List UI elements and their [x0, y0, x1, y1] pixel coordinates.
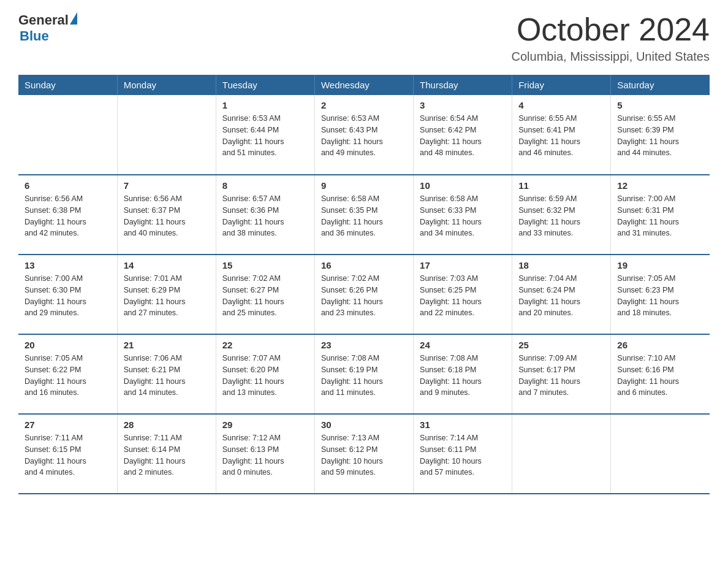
calendar-cell: 17Sunrise: 7:03 AM Sunset: 6:25 PM Dayli…	[414, 255, 512, 334]
day-info: Sunrise: 7:07 AM Sunset: 6:20 PM Dayligh…	[222, 353, 308, 399]
day-info: Sunrise: 7:11 AM Sunset: 6:15 PM Dayligh…	[25, 432, 111, 478]
calendar-cell: 15Sunrise: 7:02 AM Sunset: 6:27 PM Dayli…	[216, 255, 314, 334]
day-info: Sunrise: 6:56 AM Sunset: 6:38 PM Dayligh…	[25, 193, 111, 239]
day-number: 31	[420, 419, 506, 430]
calendar-cell: 20Sunrise: 7:05 AM Sunset: 6:22 PM Dayli…	[18, 334, 117, 414]
calendar-cell	[117, 95, 216, 175]
day-info: Sunrise: 7:08 AM Sunset: 6:18 PM Dayligh…	[420, 353, 506, 399]
day-info: Sunrise: 7:01 AM Sunset: 6:29 PM Dayligh…	[124, 273, 210, 319]
day-info: Sunrise: 6:57 AM Sunset: 6:36 PM Dayligh…	[222, 193, 308, 239]
calendar-cell: 29Sunrise: 7:12 AM Sunset: 6:13 PM Dayli…	[216, 414, 314, 494]
calendar-cell	[512, 414, 611, 494]
calendar-cell: 13Sunrise: 7:00 AM Sunset: 6:30 PM Dayli…	[18, 255, 117, 334]
week-row: 1Sunrise: 6:53 AM Sunset: 6:44 PM Daylig…	[18, 95, 710, 175]
week-row: 13Sunrise: 7:00 AM Sunset: 6:30 PM Dayli…	[18, 255, 710, 334]
day-number: 16	[321, 260, 407, 270]
calendar-cell: 19Sunrise: 7:05 AM Sunset: 6:23 PM Dayli…	[611, 255, 710, 334]
calendar-cell: 27Sunrise: 7:11 AM Sunset: 6:15 PM Dayli…	[18, 414, 117, 494]
calendar-header: SundayMondayTuesdayWednesdayThursdayFrid…	[18, 75, 710, 95]
header-cell-tuesday: Tuesday	[216, 75, 314, 95]
day-info: Sunrise: 6:53 AM Sunset: 6:43 PM Dayligh…	[321, 113, 407, 159]
day-info: Sunrise: 7:13 AM Sunset: 6:12 PM Dayligh…	[321, 432, 407, 478]
day-number: 18	[518, 260, 604, 270]
title-block: October 2024 Columbia, Mississippi, Unit…	[512, 12, 710, 64]
header-cell-saturday: Saturday	[611, 75, 710, 95]
logo-triangle-icon	[70, 12, 77, 25]
day-number: 1	[222, 100, 308, 110]
day-info: Sunrise: 6:58 AM Sunset: 6:35 PM Dayligh…	[321, 193, 407, 239]
day-info: Sunrise: 7:00 AM Sunset: 6:30 PM Dayligh…	[25, 273, 111, 319]
day-number: 23	[321, 340, 407, 350]
page-header: General Blue October 2024 Columbia, Miss…	[18, 12, 710, 64]
day-number: 28	[124, 419, 210, 430]
day-info: Sunrise: 7:03 AM Sunset: 6:25 PM Dayligh…	[420, 273, 506, 319]
calendar-cell: 10Sunrise: 6:58 AM Sunset: 6:33 PM Dayli…	[414, 175, 512, 255]
day-number: 8	[222, 180, 308, 191]
header-cell-monday: Monday	[117, 75, 216, 95]
day-info: Sunrise: 6:59 AM Sunset: 6:32 PM Dayligh…	[518, 193, 604, 239]
logo: General Blue	[18, 12, 77, 44]
day-number: 6	[25, 180, 111, 191]
day-number: 24	[420, 340, 506, 350]
calendar-cell: 21Sunrise: 7:06 AM Sunset: 6:21 PM Dayli…	[117, 334, 216, 414]
calendar-cell: 31Sunrise: 7:14 AM Sunset: 6:11 PM Dayli…	[414, 414, 512, 494]
day-number: 12	[617, 180, 703, 191]
calendar-cell: 4Sunrise: 6:55 AM Sunset: 6:41 PM Daylig…	[512, 95, 611, 175]
logo-blue: Blue	[20, 28, 77, 44]
calendar-cell	[18, 95, 117, 175]
day-info: Sunrise: 7:06 AM Sunset: 6:21 PM Dayligh…	[124, 353, 210, 399]
day-info: Sunrise: 6:55 AM Sunset: 6:39 PM Dayligh…	[617, 113, 703, 159]
day-info: Sunrise: 7:02 AM Sunset: 6:26 PM Dayligh…	[321, 273, 407, 319]
calendar-cell: 14Sunrise: 7:01 AM Sunset: 6:29 PM Dayli…	[117, 255, 216, 334]
day-number: 7	[124, 180, 210, 191]
day-number: 15	[222, 260, 308, 270]
header-cell-wednesday: Wednesday	[314, 75, 413, 95]
calendar-cell: 9Sunrise: 6:58 AM Sunset: 6:35 PM Daylig…	[314, 175, 413, 255]
calendar-cell: 22Sunrise: 7:07 AM Sunset: 6:20 PM Dayli…	[216, 334, 314, 414]
calendar-cell: 1Sunrise: 6:53 AM Sunset: 6:44 PM Daylig…	[216, 95, 314, 175]
day-number: 25	[518, 340, 604, 350]
day-number: 2	[321, 100, 407, 110]
day-info: Sunrise: 7:05 AM Sunset: 6:22 PM Dayligh…	[25, 353, 111, 399]
day-info: Sunrise: 7:11 AM Sunset: 6:14 PM Dayligh…	[124, 432, 210, 478]
day-number: 3	[420, 100, 506, 110]
calendar-cell: 11Sunrise: 6:59 AM Sunset: 6:32 PM Dayli…	[512, 175, 611, 255]
calendar-cell	[611, 414, 710, 494]
day-number: 13	[25, 260, 111, 270]
day-number: 4	[518, 100, 604, 110]
day-number: 5	[617, 100, 703, 110]
day-info: Sunrise: 6:55 AM Sunset: 6:41 PM Dayligh…	[518, 113, 604, 159]
calendar-cell: 26Sunrise: 7:10 AM Sunset: 6:16 PM Dayli…	[611, 334, 710, 414]
calendar-cell: 23Sunrise: 7:08 AM Sunset: 6:19 PM Dayli…	[314, 334, 413, 414]
calendar-cell: 18Sunrise: 7:04 AM Sunset: 6:24 PM Dayli…	[512, 255, 611, 334]
calendar-cell: 16Sunrise: 7:02 AM Sunset: 6:26 PM Dayli…	[314, 255, 413, 334]
calendar-cell: 24Sunrise: 7:08 AM Sunset: 6:18 PM Dayli…	[414, 334, 512, 414]
calendar-body: 1Sunrise: 6:53 AM Sunset: 6:44 PM Daylig…	[18, 95, 710, 494]
calendar-cell: 6Sunrise: 6:56 AM Sunset: 6:38 PM Daylig…	[18, 175, 117, 255]
day-info: Sunrise: 7:08 AM Sunset: 6:19 PM Dayligh…	[321, 353, 407, 399]
day-number: 22	[222, 340, 308, 350]
day-info: Sunrise: 7:00 AM Sunset: 6:31 PM Dayligh…	[617, 193, 703, 239]
calendar-cell: 2Sunrise: 6:53 AM Sunset: 6:43 PM Daylig…	[314, 95, 413, 175]
calendar-cell: 30Sunrise: 7:13 AM Sunset: 6:12 PM Dayli…	[314, 414, 413, 494]
calendar-cell: 5Sunrise: 6:55 AM Sunset: 6:39 PM Daylig…	[611, 95, 710, 175]
day-info: Sunrise: 7:09 AM Sunset: 6:17 PM Dayligh…	[518, 353, 604, 399]
day-number: 30	[321, 419, 407, 430]
calendar-cell: 25Sunrise: 7:09 AM Sunset: 6:17 PM Dayli…	[512, 334, 611, 414]
logo-general: General	[18, 12, 69, 28]
day-number: 11	[518, 180, 604, 191]
day-number: 21	[124, 340, 210, 350]
day-info: Sunrise: 7:04 AM Sunset: 6:24 PM Dayligh…	[518, 273, 604, 319]
calendar-cell: 7Sunrise: 6:56 AM Sunset: 6:37 PM Daylig…	[117, 175, 216, 255]
day-info: Sunrise: 7:02 AM Sunset: 6:27 PM Dayligh…	[222, 273, 308, 319]
day-number: 14	[124, 260, 210, 270]
day-info: Sunrise: 6:58 AM Sunset: 6:33 PM Dayligh…	[420, 193, 506, 239]
day-number: 27	[25, 419, 111, 430]
day-info: Sunrise: 7:10 AM Sunset: 6:16 PM Dayligh…	[617, 353, 703, 399]
header-cell-sunday: Sunday	[18, 75, 117, 95]
calendar-cell: 12Sunrise: 7:00 AM Sunset: 6:31 PM Dayli…	[611, 175, 710, 255]
day-info: Sunrise: 7:14 AM Sunset: 6:11 PM Dayligh…	[420, 432, 506, 478]
calendar-table: SundayMondayTuesdayWednesdayThursdayFrid…	[18, 75, 710, 494]
day-number: 20	[25, 340, 111, 350]
header-cell-thursday: Thursday	[414, 75, 512, 95]
